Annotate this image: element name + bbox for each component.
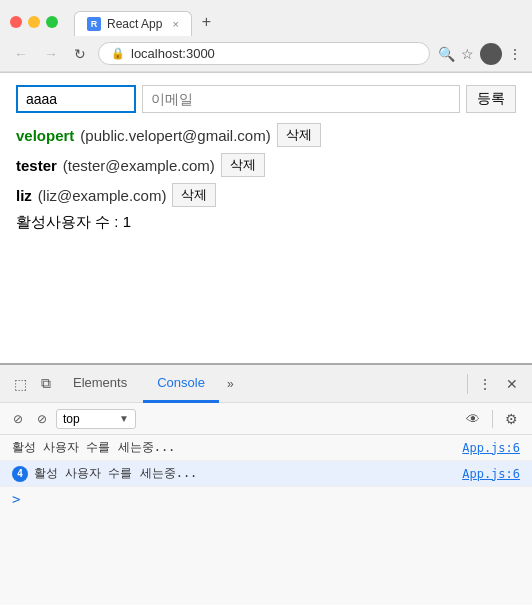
active-count: 활성사용자 수 : 1 xyxy=(16,213,516,232)
page-content: 등록 velopert (public.velopert@gmail.com) … xyxy=(0,73,532,363)
eye-icon[interactable]: 👁 xyxy=(460,409,486,429)
user-email-tester: (tester@example.com) xyxy=(63,157,215,174)
console-text-2: 활성 사용자 수를 세는중... xyxy=(34,465,197,482)
tab-favicon: R xyxy=(87,17,101,31)
search-icon[interactable]: 🔍 xyxy=(438,46,455,62)
devtools-more-icon[interactable]: ⋮ xyxy=(472,372,498,396)
console-row-1: 활성 사용자 수를 세는중... App.js:6 xyxy=(0,435,532,461)
address-input[interactable]: 🔒 localhost:3000 xyxy=(98,42,430,65)
email-input[interactable] xyxy=(142,85,460,113)
console-row-inner-2: 4 활성 사용자 수를 세는중... xyxy=(12,465,197,482)
forward-button[interactable]: → xyxy=(40,44,62,64)
delete-button-velopert[interactable]: 삭제 xyxy=(277,123,321,147)
back-button[interactable]: ← xyxy=(10,44,32,64)
name-input[interactable] xyxy=(16,85,136,113)
tab-title: React App xyxy=(107,17,162,31)
context-dropdown[interactable]: top ▼ xyxy=(56,409,136,429)
user-email-velopert: (public.velopert@gmail.com) xyxy=(80,127,270,144)
console-text-1: 활성 사용자 수를 세는중... xyxy=(12,439,175,456)
new-tab-button[interactable]: + xyxy=(192,8,221,36)
maximize-traffic-light[interactable] xyxy=(46,16,58,28)
tab-close-btn[interactable]: × xyxy=(172,18,178,30)
delete-button-tester[interactable]: 삭제 xyxy=(221,153,265,177)
user-name-velopert: velopert xyxy=(16,127,74,144)
address-bar: ← → ↻ 🔒 localhost:3000 🔍 ☆ ⋮ xyxy=(0,36,532,72)
title-bar: R React App × + xyxy=(0,0,532,36)
user-email-liz: (liz@example.com) xyxy=(38,187,167,204)
devtools-toolbar: ⬚ ⧉ Elements Console » ⋮ ✕ xyxy=(0,365,532,403)
user-name-tester: tester xyxy=(16,157,57,174)
reload-button[interactable]: ↻ xyxy=(70,44,90,64)
console-body: 활성 사용자 수를 세는중... App.js:6 4 활성 사용자 수를 세는… xyxy=(0,435,532,511)
active-tab[interactable]: R React App × xyxy=(74,11,192,36)
user-name-liz: liz xyxy=(16,187,32,204)
register-button[interactable]: 등록 xyxy=(466,85,516,113)
devtools-close-icon[interactable]: ✕ xyxy=(500,372,524,396)
tab-bar: R React App × + xyxy=(64,8,522,36)
devtools-panel: ⬚ ⧉ Elements Console » ⋮ ✕ ⊘ ⊘ top ▼ 👁 ⚙… xyxy=(0,363,532,605)
lock-icon: 🔒 xyxy=(111,47,125,60)
more-tabs-icon[interactable]: » xyxy=(221,373,240,395)
user-row: tester (tester@example.com) 삭제 xyxy=(16,153,516,177)
user-row: liz (liz@example.com) 삭제 xyxy=(16,183,516,207)
device-icon[interactable]: ⧉ xyxy=(35,371,57,396)
tab-console[interactable]: Console xyxy=(143,365,219,403)
star-icon[interactable]: ☆ xyxy=(461,46,474,62)
block-icon[interactable]: ⊘ xyxy=(32,410,52,428)
traffic-lights xyxy=(10,16,58,28)
dropdown-arrow: ▼ xyxy=(119,413,129,424)
close-traffic-light[interactable] xyxy=(10,16,22,28)
separator xyxy=(467,374,468,394)
inspector-icon[interactable]: ⬚ xyxy=(8,372,33,396)
input-row: 등록 xyxy=(16,85,516,113)
browser-chrome: R React App × + ← → ↻ 🔒 localhost:3000 🔍… xyxy=(0,0,532,73)
settings-icon[interactable]: ⚙ xyxy=(499,409,524,429)
address-text: localhost:3000 xyxy=(131,46,215,61)
toolbar-icons: 🔍 ☆ ⋮ xyxy=(438,43,522,65)
console-link-2[interactable]: App.js:6 xyxy=(462,467,520,481)
user-row: velopert (public.velopert@gmail.com) 삭제 xyxy=(16,123,516,147)
console-row-2: 4 활성 사용자 수를 세는중... App.js:6 xyxy=(0,461,532,487)
minimize-traffic-light[interactable] xyxy=(28,16,40,28)
console-badge: 4 xyxy=(12,466,28,482)
console-link-1[interactable]: App.js:6 xyxy=(462,441,520,455)
console-prompt[interactable]: > xyxy=(0,487,532,511)
delete-button-liz[interactable]: 삭제 xyxy=(172,183,216,207)
tab-elements[interactable]: Elements xyxy=(59,365,141,403)
vertical-separator xyxy=(492,410,493,428)
context-value: top xyxy=(63,412,80,426)
avatar[interactable] xyxy=(480,43,502,65)
console-toolbar: ⊘ ⊘ top ▼ 👁 ⚙ xyxy=(0,403,532,435)
console-row-inner-1: 활성 사용자 수를 세는중... xyxy=(12,439,175,456)
more-icon[interactable]: ⋮ xyxy=(508,46,522,62)
clear-console-icon[interactable]: ⊘ xyxy=(8,410,28,428)
